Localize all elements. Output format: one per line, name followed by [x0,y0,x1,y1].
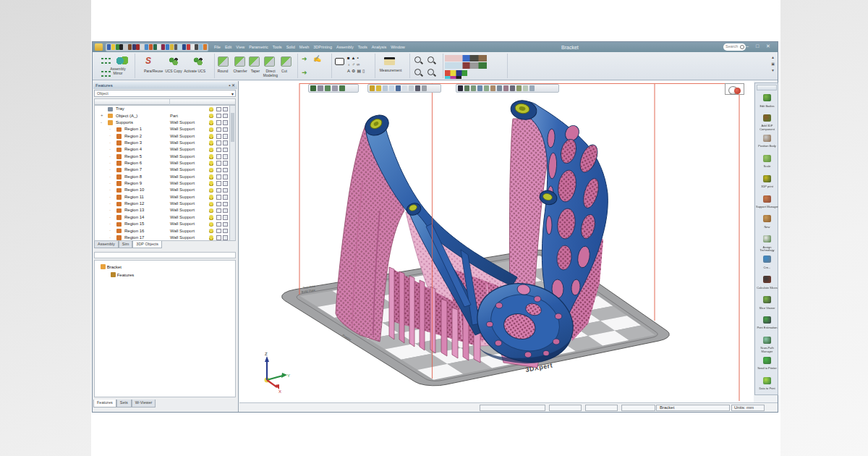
svg-text:X: X [278,389,281,394]
svg-text:Z: Z [265,352,268,356]
svg-text:Y: Y [287,373,290,378]
